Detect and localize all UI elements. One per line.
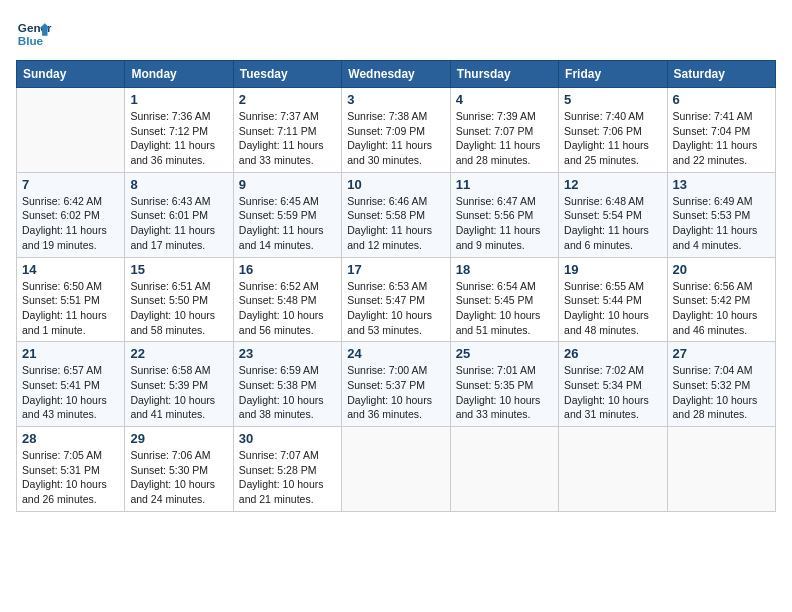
calendar-week-row: 28Sunrise: 7:05 AM Sunset: 5:31 PM Dayli… — [17, 427, 776, 512]
day-number: 29 — [130, 431, 227, 446]
calendar-cell: 12Sunrise: 6:48 AM Sunset: 5:54 PM Dayli… — [559, 172, 667, 257]
cell-content: Sunrise: 6:43 AM Sunset: 6:01 PM Dayligh… — [130, 194, 227, 253]
calendar-day-header: Thursday — [450, 61, 558, 88]
cell-content: Sunrise: 6:55 AM Sunset: 5:44 PM Dayligh… — [564, 279, 661, 338]
cell-content: Sunrise: 7:02 AM Sunset: 5:34 PM Dayligh… — [564, 363, 661, 422]
calendar-cell — [667, 427, 775, 512]
day-number: 5 — [564, 92, 661, 107]
page-header: General Blue — [16, 16, 776, 52]
calendar-cell: 21Sunrise: 6:57 AM Sunset: 5:41 PM Dayli… — [17, 342, 125, 427]
day-number: 27 — [673, 346, 770, 361]
calendar-cell: 10Sunrise: 6:46 AM Sunset: 5:58 PM Dayli… — [342, 172, 450, 257]
cell-content: Sunrise: 7:39 AM Sunset: 7:07 PM Dayligh… — [456, 109, 553, 168]
cell-content: Sunrise: 6:53 AM Sunset: 5:47 PM Dayligh… — [347, 279, 444, 338]
calendar-cell: 2Sunrise: 7:37 AM Sunset: 7:11 PM Daylig… — [233, 88, 341, 173]
cell-content: Sunrise: 6:42 AM Sunset: 6:02 PM Dayligh… — [22, 194, 119, 253]
calendar-day-header: Sunday — [17, 61, 125, 88]
cell-content: Sunrise: 7:04 AM Sunset: 5:32 PM Dayligh… — [673, 363, 770, 422]
cell-content: Sunrise: 7:05 AM Sunset: 5:31 PM Dayligh… — [22, 448, 119, 507]
calendar-day-header: Saturday — [667, 61, 775, 88]
cell-content: Sunrise: 6:57 AM Sunset: 5:41 PM Dayligh… — [22, 363, 119, 422]
calendar-week-row: 21Sunrise: 6:57 AM Sunset: 5:41 PM Dayli… — [17, 342, 776, 427]
cell-content: Sunrise: 6:59 AM Sunset: 5:38 PM Dayligh… — [239, 363, 336, 422]
cell-content: Sunrise: 7:41 AM Sunset: 7:04 PM Dayligh… — [673, 109, 770, 168]
cell-content: Sunrise: 7:40 AM Sunset: 7:06 PM Dayligh… — [564, 109, 661, 168]
cell-content: Sunrise: 7:38 AM Sunset: 7:09 PM Dayligh… — [347, 109, 444, 168]
cell-content: Sunrise: 7:36 AM Sunset: 7:12 PM Dayligh… — [130, 109, 227, 168]
calendar-cell — [17, 88, 125, 173]
calendar-cell — [559, 427, 667, 512]
logo-icon: General Blue — [16, 16, 52, 52]
day-number: 18 — [456, 262, 553, 277]
calendar-week-row: 1Sunrise: 7:36 AM Sunset: 7:12 PM Daylig… — [17, 88, 776, 173]
day-number: 2 — [239, 92, 336, 107]
day-number: 10 — [347, 177, 444, 192]
logo: General Blue — [16, 16, 52, 52]
cell-content: Sunrise: 6:46 AM Sunset: 5:58 PM Dayligh… — [347, 194, 444, 253]
cell-content: Sunrise: 6:49 AM Sunset: 5:53 PM Dayligh… — [673, 194, 770, 253]
day-number: 16 — [239, 262, 336, 277]
day-number: 19 — [564, 262, 661, 277]
calendar-cell: 30Sunrise: 7:07 AM Sunset: 5:28 PM Dayli… — [233, 427, 341, 512]
calendar-cell: 7Sunrise: 6:42 AM Sunset: 6:02 PM Daylig… — [17, 172, 125, 257]
cell-content: Sunrise: 6:48 AM Sunset: 5:54 PM Dayligh… — [564, 194, 661, 253]
calendar-header-row: SundayMondayTuesdayWednesdayThursdayFrid… — [17, 61, 776, 88]
cell-content: Sunrise: 7:07 AM Sunset: 5:28 PM Dayligh… — [239, 448, 336, 507]
calendar-week-row: 14Sunrise: 6:50 AM Sunset: 5:51 PM Dayli… — [17, 257, 776, 342]
calendar-cell: 24Sunrise: 7:00 AM Sunset: 5:37 PM Dayli… — [342, 342, 450, 427]
day-number: 21 — [22, 346, 119, 361]
calendar-cell: 27Sunrise: 7:04 AM Sunset: 5:32 PM Dayli… — [667, 342, 775, 427]
calendar-cell: 6Sunrise: 7:41 AM Sunset: 7:04 PM Daylig… — [667, 88, 775, 173]
cell-content: Sunrise: 7:37 AM Sunset: 7:11 PM Dayligh… — [239, 109, 336, 168]
calendar-cell — [450, 427, 558, 512]
day-number: 23 — [239, 346, 336, 361]
calendar-cell: 9Sunrise: 6:45 AM Sunset: 5:59 PM Daylig… — [233, 172, 341, 257]
day-number: 22 — [130, 346, 227, 361]
day-number: 9 — [239, 177, 336, 192]
calendar-cell: 15Sunrise: 6:51 AM Sunset: 5:50 PM Dayli… — [125, 257, 233, 342]
day-number: 1 — [130, 92, 227, 107]
calendar-cell: 14Sunrise: 6:50 AM Sunset: 5:51 PM Dayli… — [17, 257, 125, 342]
calendar-day-header: Tuesday — [233, 61, 341, 88]
cell-content: Sunrise: 7:06 AM Sunset: 5:30 PM Dayligh… — [130, 448, 227, 507]
day-number: 3 — [347, 92, 444, 107]
calendar-cell: 1Sunrise: 7:36 AM Sunset: 7:12 PM Daylig… — [125, 88, 233, 173]
cell-content: Sunrise: 6:50 AM Sunset: 5:51 PM Dayligh… — [22, 279, 119, 338]
cell-content: Sunrise: 6:58 AM Sunset: 5:39 PM Dayligh… — [130, 363, 227, 422]
calendar-cell: 23Sunrise: 6:59 AM Sunset: 5:38 PM Dayli… — [233, 342, 341, 427]
calendar-cell: 19Sunrise: 6:55 AM Sunset: 5:44 PM Dayli… — [559, 257, 667, 342]
calendar-day-header: Friday — [559, 61, 667, 88]
day-number: 24 — [347, 346, 444, 361]
calendar-cell: 20Sunrise: 6:56 AM Sunset: 5:42 PM Dayli… — [667, 257, 775, 342]
day-number: 12 — [564, 177, 661, 192]
day-number: 8 — [130, 177, 227, 192]
cell-content: Sunrise: 6:52 AM Sunset: 5:48 PM Dayligh… — [239, 279, 336, 338]
calendar-week-row: 7Sunrise: 6:42 AM Sunset: 6:02 PM Daylig… — [17, 172, 776, 257]
calendar-cell: 26Sunrise: 7:02 AM Sunset: 5:34 PM Dayli… — [559, 342, 667, 427]
cell-content: Sunrise: 6:45 AM Sunset: 5:59 PM Dayligh… — [239, 194, 336, 253]
calendar-cell: 3Sunrise: 7:38 AM Sunset: 7:09 PM Daylig… — [342, 88, 450, 173]
calendar-day-header: Wednesday — [342, 61, 450, 88]
day-number: 20 — [673, 262, 770, 277]
day-number: 28 — [22, 431, 119, 446]
cell-content: Sunrise: 6:54 AM Sunset: 5:45 PM Dayligh… — [456, 279, 553, 338]
day-number: 15 — [130, 262, 227, 277]
day-number: 4 — [456, 92, 553, 107]
calendar-cell: 4Sunrise: 7:39 AM Sunset: 7:07 PM Daylig… — [450, 88, 558, 173]
cell-content: Sunrise: 7:00 AM Sunset: 5:37 PM Dayligh… — [347, 363, 444, 422]
calendar-cell: 18Sunrise: 6:54 AM Sunset: 5:45 PM Dayli… — [450, 257, 558, 342]
calendar-cell — [342, 427, 450, 512]
calendar-cell: 11Sunrise: 6:47 AM Sunset: 5:56 PM Dayli… — [450, 172, 558, 257]
calendar-cell: 29Sunrise: 7:06 AM Sunset: 5:30 PM Dayli… — [125, 427, 233, 512]
calendar-cell: 28Sunrise: 7:05 AM Sunset: 5:31 PM Dayli… — [17, 427, 125, 512]
day-number: 14 — [22, 262, 119, 277]
day-number: 25 — [456, 346, 553, 361]
calendar-day-header: Monday — [125, 61, 233, 88]
cell-content: Sunrise: 6:51 AM Sunset: 5:50 PM Dayligh… — [130, 279, 227, 338]
calendar-cell: 25Sunrise: 7:01 AM Sunset: 5:35 PM Dayli… — [450, 342, 558, 427]
svg-text:Blue: Blue — [18, 34, 44, 47]
calendar-cell: 8Sunrise: 6:43 AM Sunset: 6:01 PM Daylig… — [125, 172, 233, 257]
calendar-cell: 22Sunrise: 6:58 AM Sunset: 5:39 PM Dayli… — [125, 342, 233, 427]
cell-content: Sunrise: 7:01 AM Sunset: 5:35 PM Dayligh… — [456, 363, 553, 422]
day-number: 7 — [22, 177, 119, 192]
